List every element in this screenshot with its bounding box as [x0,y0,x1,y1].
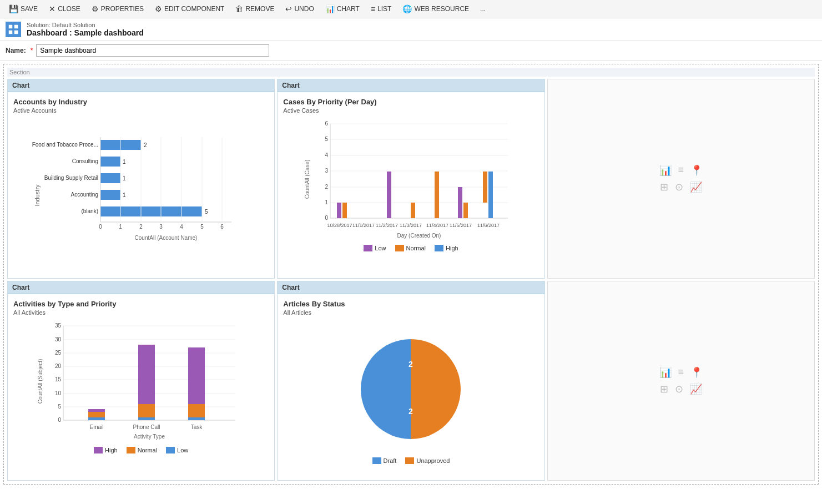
empty-cell-2-icons: 📊 ≡ 📍 ⊞ ⊙ 📈 [659,366,703,395]
remove-button[interactable]: 🗑 REMOVE [231,2,279,16]
edit-component-button[interactable]: ⚙ EDIT COMPONENT [150,2,229,16]
undo-button[interactable]: ↩ UNDO [281,2,318,16]
pin-2-icon[interactable]: 📍 [690,366,703,379]
svg-text:1: 1 [123,175,126,182]
list-2-icon[interactable]: ≡ [678,366,684,379]
svg-text:5: 5 [205,209,208,215]
save-button[interactable]: 💾 SAVE [4,2,42,16]
toolbar: 💾 SAVE ✕ CLOSE ⚙ PROPERTIES ⚙ EDIT COMPO… [0,0,822,18]
svg-text:11/4/2017: 11/4/2017 [426,223,448,228]
trend-2-icon[interactable]: 📈 [690,383,702,395]
legend-normal-color [395,245,404,251]
trend-icon[interactable]: 📈 [690,181,702,193]
chart-title-activities: Activities by Type and Priority [13,300,269,308]
chart-cell-activities: Chart Activities by Type and Priority Al… [7,281,275,481]
pin-icon[interactable]: 📍 [690,164,703,177]
svg-text:11/3/2017: 11/3/2017 [400,223,422,228]
undo-icon: ↩ [285,4,292,13]
empty-2-icon-row-2: ⊞ ⊙ 📈 [660,383,702,395]
more-button[interactable]: ... [476,3,490,15]
svg-text:1: 1 [123,192,126,198]
name-label: Name: [6,47,26,54]
chart-header-2: Chart [278,79,544,92]
circle-icon[interactable]: ⊙ [675,181,683,193]
cases-chart-svg: CountAll (Case) 0 1 [302,118,519,240]
bar-chart-2-icon[interactable]: 📊 [659,366,672,379]
properties-icon: ⚙ [92,4,99,13]
svg-text:1: 1 [123,159,126,165]
empty-icon-row-2: ⊞ ⊙ 📈 [660,181,702,193]
svg-text:20: 20 [55,363,62,369]
svg-text:Day (Created On): Day (Created On) [397,233,441,239]
svg-text:6: 6 [220,224,224,230]
svg-text:2: 2 [139,224,143,230]
empty-cell-1: 📊 ≡ 📍 ⊞ ⊙ 📈 [547,79,815,279]
svg-text:11/2/2017: 11/2/2017 [376,223,398,228]
svg-text:Accounting: Accounting [71,191,98,198]
dashboard-area: Section Chart Accounts by Industry Activ… [3,64,819,485]
svg-text:11/6/2017: 11/6/2017 [477,223,500,228]
svg-text:3: 3 [159,224,163,230]
bar-chart-icon[interactable]: 📊 [659,164,672,177]
svg-text:Industry: Industry [34,184,41,206]
chart-body-accounts: Accounts by Industry Active Accounts Ind… [8,92,274,278]
svg-text:Task: Task [191,424,203,430]
svg-text:CountAll (Case): CountAll (Case) [304,160,310,199]
chart-subtitle-accounts: Active Accounts [13,107,269,114]
list-icon: ≡ [371,4,375,13]
svg-rect-95 [188,347,205,404]
svg-rect-57 [458,187,462,218]
chart-body-articles: Articles By Status All Articles 2 2 [278,294,544,480]
close-button[interactable]: ✕ CLOSE [44,2,85,16]
svg-text:Phone Call: Phone Call [133,424,160,430]
chart-title-articles: Articles By Status [283,300,538,308]
chart-cell-cases: Chart Cases By Priority (Per Day) Active… [277,79,544,279]
empty-cell-2: 📊 ≡ 📍 ⊞ ⊙ 📈 [547,281,815,481]
svg-rect-52 [337,203,341,218]
header-text: Solution: Default Solution Dashboard : S… [27,22,144,37]
svg-rect-53 [342,203,347,218]
svg-text:11/1/2017: 11/1/2017 [352,223,375,228]
legend-normal: Normal [395,245,426,251]
svg-text:11/5/2017: 11/5/2017 [450,223,472,228]
list-button[interactable]: ≡ LIST [366,2,396,16]
close-icon: ✕ [49,4,56,13]
svg-text:Activity Type: Activity Type [134,434,165,440]
svg-text:Food and Tobacco Proce...: Food and Tobacco Proce... [32,142,98,148]
list-icon[interactable]: ≡ [678,164,684,177]
legend-act-low: Low [166,447,188,453]
svg-rect-92 [138,345,155,404]
dashboard-grid: Chart Accounts by Industry Active Accoun… [7,79,815,481]
svg-text:5: 5 [58,404,62,410]
svg-rect-94 [188,404,205,417]
svg-rect-90 [138,417,155,420]
chart-cell-accounts: Chart Accounts by Industry Active Accoun… [7,79,275,279]
articles-chart-svg: 2 2 [333,331,488,453]
legend-high: High [435,245,458,251]
svg-rect-9 [100,157,120,167]
svg-text:Building Supply Retail: Building Supply Retail [44,175,98,181]
svg-text:5: 5 [200,224,204,230]
svg-text:4: 4 [180,224,183,230]
svg-rect-1 [14,24,18,29]
dashboard-icon [6,22,21,37]
chart-button[interactable]: 📊 CHART [321,2,364,16]
svg-text:1: 1 [119,224,122,230]
svg-text:0: 0 [58,417,62,423]
table-2-icon[interactable]: ⊞ [660,383,668,395]
table-icon[interactable]: ⊞ [660,181,668,193]
legend-draft-color [372,457,381,464]
web-resource-button[interactable]: 🌐 WEB RESOURCE [398,2,473,16]
svg-text:10/28/2017: 10/28/2017 [327,223,352,228]
circle-2-icon[interactable]: ⊙ [675,383,683,395]
svg-text:25: 25 [55,350,62,356]
properties-button[interactable]: ⚙ PROPERTIES [87,2,148,16]
svg-text:2: 2 [409,407,413,416]
legend-act-high-color [94,447,103,453]
svg-text:CountAll (Account Name): CountAll (Account Name) [135,235,198,241]
legend-low: Low [364,245,386,251]
svg-rect-56 [435,172,439,218]
page-title: Dashboard : Sample dashboard [27,28,144,37]
solution-label: Solution: Default Solution [27,22,144,28]
name-input[interactable] [36,44,269,57]
